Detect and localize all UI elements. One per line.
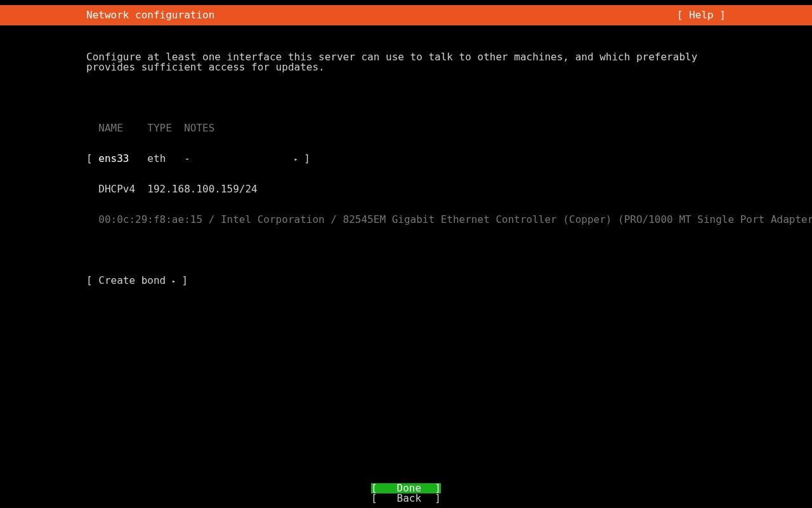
iface-notes: - (184, 152, 190, 164)
table-header-row: NAME TYPE NOTES (86, 123, 726, 133)
chevron-right-icon: ▸ (294, 156, 298, 163)
create-bond-label: Create bond (98, 274, 166, 286)
main-content: Configure at least one interface this se… (0, 25, 812, 296)
col-notes: NOTES (184, 122, 214, 134)
iface-type: eth (147, 152, 166, 164)
col-type: TYPE (147, 122, 172, 134)
create-bond-button[interactable]: [ Create bond ▸ ] (86, 276, 726, 286)
col-name: NAME (98, 122, 123, 134)
dhcp-address: 192.168.100.159/24 (147, 183, 257, 195)
back-label: Back (397, 492, 422, 504)
chevron-right-icon: ▸ (172, 277, 176, 284)
page-title: Network configuration (0, 10, 214, 20)
iface-name: ens33 (98, 152, 129, 164)
back-button[interactable]: [ Back] (371, 493, 441, 504)
instruction-text: Configure at least one interface this se… (86, 52, 726, 72)
dhcp-row: DHCPv4 192.168.100.159/24 (86, 184, 726, 194)
interface-row[interactable]: [ ens33 eth - ▸ ] (86, 154, 726, 164)
header-bar: Network configuration [ Help ] (0, 5, 812, 25)
help-button[interactable]: [ Help ] (677, 10, 812, 20)
footer-buttons: [ Done] [ Back] (0, 483, 812, 504)
iface-hw-info: 00:0c:29:f8:ae:15 / Intel Corporation / … (86, 215, 726, 225)
dhcp-label: DHCPv4 (98, 183, 135, 195)
